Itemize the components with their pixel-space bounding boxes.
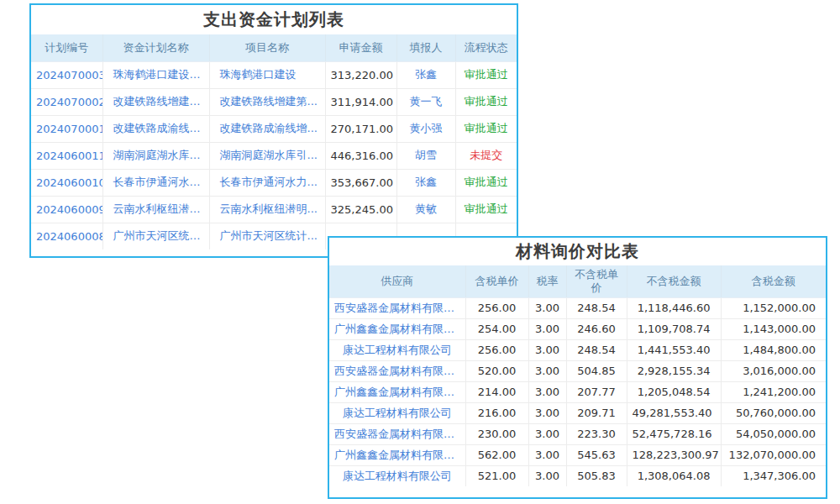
unit-price-no-tax-cell: 246.60 xyxy=(566,318,627,339)
quote-column-header-2: 税率 xyxy=(528,265,566,297)
plan-id-link[interactable]: 2024060009 xyxy=(31,196,102,223)
reporter-cell: 黄敏 xyxy=(396,196,455,223)
plan-table-row: 2024070001改建铁路成渝线增建...改建铁路成渝线增...270,171… xyxy=(31,115,517,142)
plan-id-link[interactable]: 2024070003 xyxy=(31,61,102,88)
amount-with-tax-cell: 1,152,000.00 xyxy=(721,297,826,318)
amount-no-tax-cell: 1,205,048.54 xyxy=(627,381,721,402)
reporter-cell: 张鑫 xyxy=(396,169,455,196)
project-name-link[interactable]: 广州市天河区统计... xyxy=(209,223,325,249)
plan-id-link[interactable]: 2024060008 xyxy=(31,223,102,249)
status-badge: 未提交 xyxy=(455,142,517,169)
tax-rate-cell: 3.00 xyxy=(528,381,566,402)
reporter-cell: 黄小强 xyxy=(396,115,455,142)
plan-column-header-4: 填报人 xyxy=(396,34,455,61)
amount-no-tax-cell: 128,223,300.97 xyxy=(627,444,721,465)
quote-table-row: 广州鑫鑫金属材料有限公司214.003.00207.771,205,048.54… xyxy=(329,381,826,402)
unit-price-with-tax-cell: 230.00 xyxy=(465,423,528,444)
project-name-link[interactable]: 改建铁路线增建第... xyxy=(209,88,325,115)
unit-price-with-tax-cell: 256.00 xyxy=(465,297,528,318)
unit-price-with-tax-cell: 256.00 xyxy=(465,339,528,360)
unit-price-with-tax-cell: 520.00 xyxy=(465,360,528,381)
unit-price-no-tax-cell: 505.83 xyxy=(566,465,627,486)
plan-name-link[interactable]: 长春市伊通河水力发... xyxy=(102,169,209,196)
status-badge: 审批通过 xyxy=(455,196,517,223)
unit-price-with-tax-cell: 521.00 xyxy=(465,465,528,486)
plan-name-link[interactable]: 云南水利枢纽潜明水... xyxy=(102,196,209,223)
plan-id-link[interactable]: 2024060010 xyxy=(31,169,102,196)
quote-column-header-5: 含税金额 xyxy=(721,265,826,297)
project-name-link[interactable]: 云南水利枢纽潜明... xyxy=(209,196,325,223)
project-name-link[interactable]: 湖南洞庭湖水库引... xyxy=(209,142,325,169)
status-badge: 审批通过 xyxy=(455,169,517,196)
amount-no-tax-cell: 1,308,064.08 xyxy=(627,465,721,486)
amount-with-tax-cell: 54,050,000.00 xyxy=(721,423,826,444)
tax-rate-cell: 3.00 xyxy=(528,444,566,465)
amount-with-tax-cell: 132,070,000.00 xyxy=(721,444,826,465)
supplier-name-cell: 康达工程材料有限公司 xyxy=(329,402,465,423)
tax-rate-cell: 3.00 xyxy=(528,465,566,486)
tax-rate-cell: 3.00 xyxy=(528,297,566,318)
project-name-link[interactable]: 长春市伊通河水力... xyxy=(209,169,325,196)
plan-table-row: 2024070002改建铁路线增建第二...改建铁路线增建第...311,914… xyxy=(31,88,517,115)
amount-no-tax-cell: 1,118,446.60 xyxy=(627,297,721,318)
unit-price-with-tax-cell: 214.00 xyxy=(465,381,528,402)
unit-price-no-tax-cell: 248.54 xyxy=(566,339,627,360)
plan-name-link[interactable]: 广州市天河区统计局... xyxy=(102,223,209,249)
unit-price-no-tax-cell: 209.71 xyxy=(566,402,627,423)
unit-price-with-tax-cell: 562.00 xyxy=(465,444,528,465)
amount-no-tax-cell: 1,109,708.74 xyxy=(627,318,721,339)
quote-table-row: 西安盛器金属材料有限公司520.003.00504.852,928,155.34… xyxy=(329,360,826,381)
quote-table-row: 广州鑫鑫金属材料有限公司254.003.00246.601,109,708.74… xyxy=(329,318,826,339)
material-quote-header-row: 供应商含税单价税率不含税单价不含税金额含税金额 xyxy=(329,265,826,297)
supplier-name-cell: 广州鑫鑫金属材料有限公司 xyxy=(329,381,465,402)
reporter-cell: 黄一飞 xyxy=(396,88,455,115)
plan-table-row: 2024060011湖南洞庭湖水库引水...湖南洞庭湖水库引...446,316… xyxy=(31,142,517,169)
supplier-name-cell: 康达工程材料有限公司 xyxy=(329,465,465,486)
amount-with-tax-cell: 1,143,000.00 xyxy=(721,318,826,339)
quote-column-header-4: 不含税金额 xyxy=(627,265,721,297)
quote-column-header-3: 不含税单价 xyxy=(566,265,627,297)
amount-with-tax-cell: 50,760,000.00 xyxy=(721,402,826,423)
material-quote-table-title: 材料询价对比表 xyxy=(329,238,826,265)
quote-table-row: 康达工程材料有限公司521.003.00505.831,308,064.081,… xyxy=(329,465,826,486)
request-amount-cell: 311,914.00 xyxy=(325,88,396,115)
quote-table-row: 康达工程材料有限公司256.003.00248.541,441,553.401,… xyxy=(329,339,826,360)
material-quote-table-card: 材料询价对比表 供应商含税单价税率不含税单价不含税金额含税金额 西安盛器金属材料… xyxy=(328,236,827,499)
quote-column-header-1: 含税单价 xyxy=(465,265,528,297)
plan-name-link[interactable]: 珠海鹤港口建设资金... xyxy=(102,61,209,88)
amount-with-tax-cell: 1,241,200.00 xyxy=(721,381,826,402)
plan-id-link[interactable]: 2024060011 xyxy=(31,142,102,169)
material-quote-table: 供应商含税单价税率不含税单价不含税金额含税金额 西安盛器金属材料有限公司256.… xyxy=(329,265,826,486)
plan-id-link[interactable]: 2024070001 xyxy=(31,115,102,142)
request-amount-cell: 353,667.00 xyxy=(325,169,396,196)
project-name-link[interactable]: 改建铁路成渝线增... xyxy=(209,115,325,142)
project-name-link[interactable]: 珠海鹤港口建设 xyxy=(209,61,325,88)
tax-rate-cell: 3.00 xyxy=(528,402,566,423)
quote-table-row: 康达工程材料有限公司216.003.00209.7149,281,553.405… xyxy=(329,402,826,423)
quote-column-header-0: 供应商 xyxy=(329,265,465,297)
reporter-cell: 张鑫 xyxy=(396,61,455,88)
unit-price-no-tax-cell: 545.63 xyxy=(566,444,627,465)
supplier-name-cell: 西安盛器金属材料有限公司 xyxy=(329,423,465,444)
tax-rate-cell: 3.00 xyxy=(528,423,566,444)
plan-id-link[interactable]: 2024070002 xyxy=(31,88,102,115)
status-badge: 审批通过 xyxy=(455,88,517,115)
plan-column-header-0: 计划编号 xyxy=(31,34,102,61)
unit-price-with-tax-cell: 254.00 xyxy=(465,318,528,339)
plan-name-link[interactable]: 改建铁路线增建第二... xyxy=(102,88,209,115)
plan-name-link[interactable]: 湖南洞庭湖水库引水... xyxy=(102,142,209,169)
quote-table-row: 广州鑫鑫金属材料有限公司562.003.00545.63128,223,300.… xyxy=(329,444,826,465)
plan-column-header-2: 项目名称 xyxy=(209,34,325,61)
unit-price-with-tax-cell: 216.00 xyxy=(465,402,528,423)
amount-with-tax-cell: 3,016,000.00 xyxy=(721,360,826,381)
supplier-name-cell: 西安盛器金属材料有限公司 xyxy=(329,360,465,381)
plan-column-header-5: 流程状态 xyxy=(455,34,517,61)
plan-name-link[interactable]: 改建铁路成渝线增建... xyxy=(102,115,209,142)
amount-no-tax-cell: 52,475,728.16 xyxy=(627,423,721,444)
amount-no-tax-cell: 49,281,553.40 xyxy=(627,402,721,423)
unit-price-no-tax-cell: 248.54 xyxy=(566,297,627,318)
amount-with-tax-cell: 1,484,800.00 xyxy=(721,339,826,360)
quote-table-row: 西安盛器金属材料有限公司256.003.00248.541,118,446.60… xyxy=(329,297,826,318)
expenditure-plan-table-title: 支出资金计划列表 xyxy=(31,5,517,34)
plan-table-row: 2024060010长春市伊通河水力发...长春市伊通河水力...353,667… xyxy=(31,169,517,196)
